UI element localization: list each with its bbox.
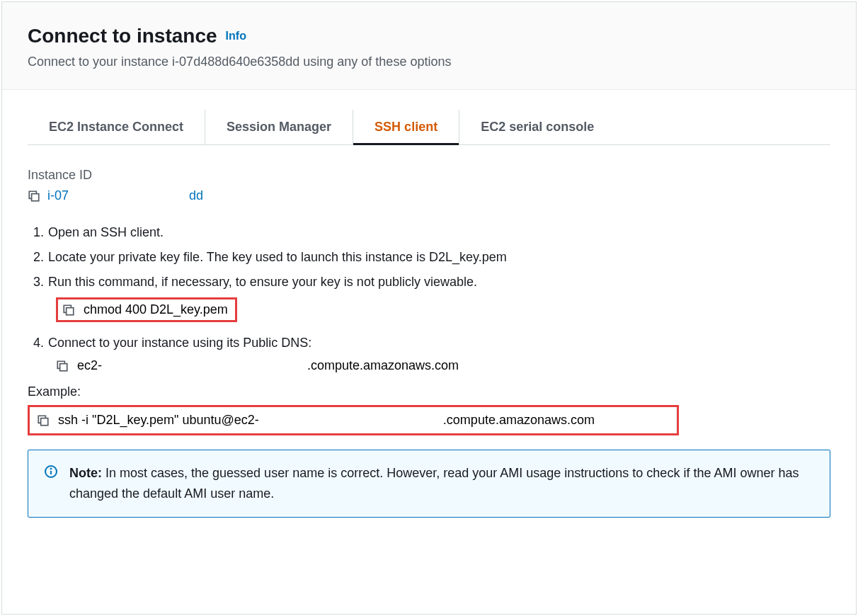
copy-icon[interactable] — [56, 360, 69, 372]
tabs-row: EC2 Instance Connect Session Manager SSH… — [28, 110, 830, 145]
chmod-highlight: chmod 400 D2L_key.pem — [56, 297, 237, 322]
copy-icon[interactable] — [28, 190, 40, 203]
step-4-text: Connect to your instance using its Publi… — [48, 333, 311, 353]
step-3: 3. Run this command, if necessary, to en… — [33, 273, 830, 292]
page-title: Connect to instance — [28, 25, 217, 47]
tab-ec2-instance-connect[interactable]: EC2 Instance Connect — [28, 110, 205, 144]
note-text: Note: In most cases, the guessed user na… — [69, 463, 814, 504]
svg-rect-2 — [60, 363, 67, 370]
tab-ssh-client[interactable]: SSH client — [353, 110, 459, 144]
chmod-command: chmod 400 D2L_key.pem — [84, 302, 228, 317]
example-ssh-command: ssh -i "D2L_key.pem" ubuntu@ec2-.compute… — [58, 413, 595, 428]
info-icon — [44, 464, 58, 479]
instance-id-link[interactable]: i-07dd — [47, 188, 203, 203]
tab-session-manager[interactable]: Session Manager — [205, 110, 353, 144]
steps-list: 1. Open an SSH client. 2. Locate your pr… — [33, 223, 830, 373]
step-1: 1. Open an SSH client. — [33, 223, 830, 242]
instance-id-label: Instance ID — [28, 168, 830, 183]
note-box: Note: In most cases, the guessed user na… — [28, 450, 830, 518]
step-1-text: Open an SSH client. — [48, 223, 164, 242]
instance-id-suffix: dd — [189, 188, 203, 203]
note-body: In most cases, the guessed user name is … — [69, 466, 799, 501]
header-section: Connect to instance Info Connect to your… — [2, 2, 856, 90]
step-4-command-row: ec2-.compute.amazonaws.com — [56, 358, 830, 373]
public-dns-value: ec2-.compute.amazonaws.com — [77, 358, 459, 373]
instance-id-field: Instance ID i-07dd — [28, 168, 830, 203]
svg-rect-0 — [32, 193, 39, 200]
step-2-text: Locate your private key file. The key us… — [48, 248, 507, 267]
instance-id-prefix: i-07 — [47, 188, 69, 203]
example-label: Example: — [28, 384, 830, 399]
note-label: Note: — [69, 466, 102, 480]
connect-instance-panel: Connect to instance Info Connect to your… — [1, 1, 857, 615]
copy-icon[interactable] — [37, 414, 50, 427]
step-3-command-row: chmod 400 D2L_key.pem — [56, 297, 830, 322]
page-subtitle: Connect to your instance i-07d488d640e63… — [28, 55, 830, 69]
tab-ec2-serial-console[interactable]: EC2 serial console — [459, 110, 615, 144]
step-3-text: Run this command, if necessary, to ensur… — [48, 273, 477, 292]
copy-icon[interactable] — [62, 304, 75, 316]
step-2: 2. Locate your private key file. The key… — [33, 248, 830, 267]
step-4: 4. Connect to your instance using its Pu… — [33, 333, 830, 353]
info-link[interactable]: Info — [226, 30, 246, 42]
svg-point-6 — [51, 469, 52, 469]
svg-rect-1 — [67, 307, 74, 314]
content-section: EC2 Instance Connect Session Manager SSH… — [2, 90, 856, 532]
svg-rect-3 — [41, 418, 48, 425]
example-ssh-highlight: ssh -i "D2L_key.pem" ubuntu@ec2-.compute… — [28, 405, 679, 435]
